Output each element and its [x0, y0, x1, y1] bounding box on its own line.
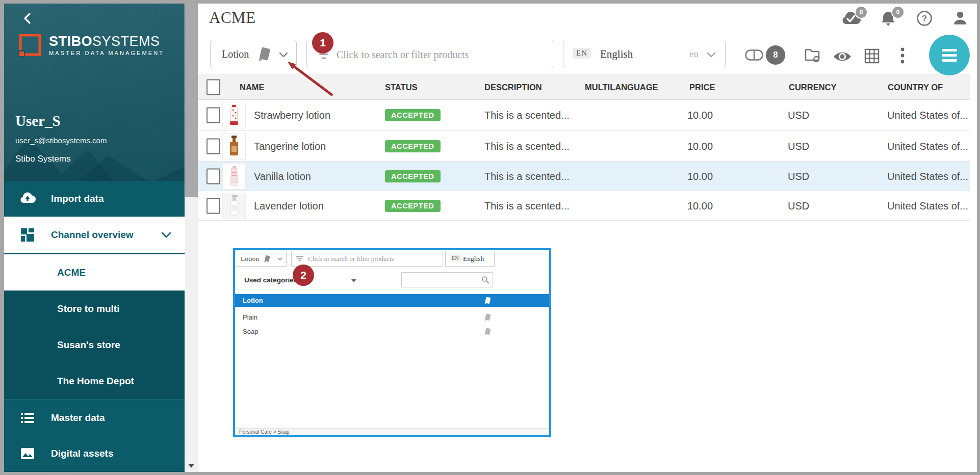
brand-name-bold: STIBO: [49, 34, 92, 49]
product-name[interactable]: Lavender lotion: [254, 191, 324, 221]
inset-language-value: English: [463, 251, 484, 266]
column-header-status[interactable]: STATUS: [385, 74, 418, 100]
category-selector-value: Lotion: [222, 40, 249, 68]
inset-category-option-plain: Plain: [235, 310, 549, 324]
user-name: User_S: [15, 113, 61, 129]
chevron-down-icon: [707, 52, 716, 58]
sidebar-scrollbar[interactable]: [185, 4, 198, 472]
chevron-down-icon: [277, 257, 282, 260]
product-thumbnail-lavender-lotion: [222, 193, 246, 219]
chevron-down-icon: [161, 232, 171, 238]
user-organization: Stibo Systems: [15, 154, 71, 164]
brand-tagline: MASTER DATA MANAGEMENT: [49, 50, 164, 56]
links-count-badge: 8: [766, 45, 785, 65]
preview-button[interactable]: [833, 50, 852, 65]
column-header-price[interactable]: PRICE: [689, 74, 715, 100]
inset-category-dropdown-screenshot: Lotion EN English: [233, 248, 551, 437]
filter-icon: [296, 256, 303, 262]
sidebar-item-the-home-depot[interactable]: The Home Depot: [4, 363, 185, 399]
kebab-menu-icon: [900, 47, 905, 64]
sidebar-item-acme[interactable]: ACME: [4, 254, 185, 291]
sidebar-item-label: Susan's store: [4, 327, 185, 363]
user-profile-button[interactable]: [951, 10, 969, 29]
select-all-checkbox[interactable]: [207, 79, 220, 95]
product-currency: USD: [788, 131, 809, 162]
language-selector[interactable]: EN English en: [563, 40, 726, 68]
notifications-count-badge: 0: [891, 6, 905, 19]
inset-category-option-soap: Soap: [235, 325, 549, 338]
column-header-description[interactable]: DESCRIPTION: [484, 74, 542, 100]
product-currency: USD: [788, 162, 809, 191]
scrollbar-thumb[interactable]: [185, 0, 199, 198]
category-option-label: Lotion: [243, 294, 263, 307]
product-country: United States of...: [887, 100, 968, 131]
screenshot-root: STIBOSYSTEMS MASTER DATA MANAGEMENT User…: [0, 0, 980, 475]
product-price: 10.00: [687, 100, 713, 131]
product-description: This is a scented...: [484, 100, 570, 131]
table-row[interactable]: Lavender lotion ACCEPTED This is a scent…: [198, 191, 970, 221]
collapse-sidebar-button[interactable]: [21, 12, 35, 25]
sidebar-item-channel-overview[interactable]: Channel overview: [4, 217, 185, 253]
sidebar: STIBOSYSTEMS MASTER DATA MANAGEMENT User…: [4, 4, 185, 472]
sidebar-item-digital-assets[interactable]: Digital assets: [4, 436, 185, 471]
category-card-icon: [483, 313, 492, 322]
dropdown-caret-icon: [351, 279, 356, 282]
product-country: United States of...: [887, 191, 968, 221]
links-button[interactable]: [745, 49, 763, 63]
sidebar-item-store-to-multi[interactable]: Store to multi: [4, 291, 185, 327]
product-currency: USD: [788, 191, 809, 221]
row-checkbox[interactable]: [207, 198, 220, 214]
sidebar-item-susans-store[interactable]: Susan's store: [4, 327, 185, 363]
table-view-button[interactable]: [864, 48, 880, 66]
product-price: 10.00: [687, 131, 713, 162]
product-country: United States of...: [887, 162, 968, 191]
page-title: ACME: [209, 9, 256, 27]
window-frame-left: [0, 0, 4, 475]
row-checkbox[interactable]: [207, 168, 220, 184]
annotation-arrow: [280, 56, 347, 107]
chevron-left-icon: [21, 12, 35, 25]
column-header-currency[interactable]: CURRENCY: [789, 74, 837, 100]
row-checkbox[interactable]: [207, 138, 220, 154]
inset-language-code-badge: EN: [450, 255, 461, 261]
category-card-icon: [483, 327, 492, 336]
category-option-label: Soap: [243, 325, 258, 338]
language-value: English: [600, 40, 633, 68]
product-name[interactable]: Vanilla lotion: [254, 162, 311, 191]
search-icon: [481, 276, 489, 284]
sidebar-item-label: ACME: [4, 254, 185, 291]
column-header-name[interactable]: NAME: [240, 74, 265, 100]
table-scroll-gutter[interactable]: [970, 74, 977, 225]
row-checkbox[interactable]: [207, 108, 220, 123]
column-header-multilanguage[interactable]: MULTILANGUAGE: [585, 74, 658, 100]
product-name[interactable]: Tangerine lotion: [254, 131, 326, 162]
inset-product-search: [291, 251, 443, 267]
image-icon: [19, 445, 36, 462]
sync-count-badge: 0: [855, 6, 868, 19]
dashboard-icon: [19, 227, 36, 243]
folder-sync-icon: [804, 48, 821, 63]
sidebar-item-import-data[interactable]: Import data: [4, 181, 185, 217]
list-icon: [19, 410, 36, 426]
svg-text:?: ?: [922, 14, 927, 23]
scroll-down-icon[interactable]: [188, 464, 194, 468]
inset-search-input: [307, 252, 439, 266]
table-row[interactable]: Tangerine lotion ACCEPTED This is a scen…: [198, 131, 970, 162]
annotation-step-1: 1: [312, 32, 333, 54]
help-button[interactable]: ?: [916, 10, 933, 29]
category-card-icon: [483, 296, 492, 305]
window-frame-right: [977, 0, 980, 475]
category-option-label: Plain: [243, 310, 257, 324]
folder-sync-button[interactable]: [804, 48, 821, 65]
main-menu-fab-button[interactable]: [929, 35, 970, 75]
table-row-selected[interactable]: Vanilla lotion ACCEPTED This is a scente…: [198, 162, 970, 191]
inset-category-option-lotion-selected: Lotion: [235, 294, 549, 307]
sidebar-item-label: The Home Depot: [4, 363, 185, 399]
more-options-button[interactable]: [900, 47, 905, 66]
inset-category-value: Lotion: [241, 251, 259, 266]
sidebar-item-master-data[interactable]: Master data: [4, 400, 185, 436]
cloud-upload-icon: [19, 191, 36, 207]
search-input[interactable]: [336, 41, 547, 68]
inset-category-search-input: [401, 272, 493, 287]
stibo-logo-icon: [18, 34, 42, 58]
